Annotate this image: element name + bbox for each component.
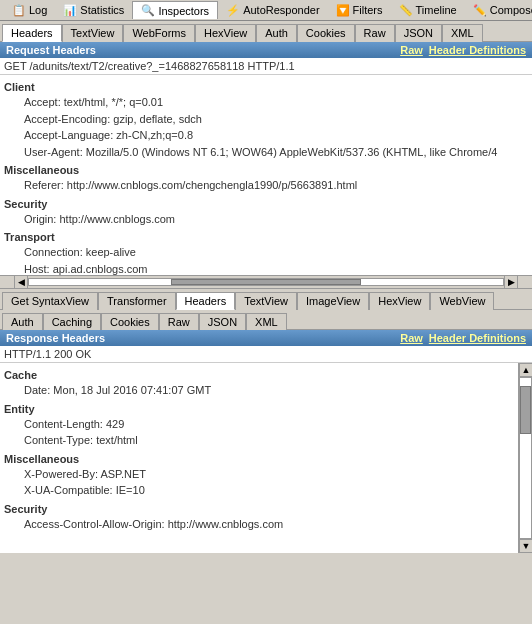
tab-timeline-label: Timeline — [416, 4, 457, 16]
entity-label: Entity — [4, 403, 512, 415]
tab-inspectors-label: Inspectors — [158, 5, 209, 17]
request-group-security: Security Origin: http://www.cnblogs.com — [4, 198, 528, 228]
tab-response-auth[interactable]: Auth — [2, 313, 43, 330]
tab-auth[interactable]: Auth — [256, 24, 297, 42]
hscroll-left-btn[interactable]: ◀ — [14, 275, 28, 289]
header-accept-language: Accept-Language: zh-CN,zh;q=0.8 — [4, 127, 528, 144]
autoresponder-icon: ⚡ — [226, 4, 240, 17]
header-x-powered-by: X-Powered-By: ASP.NET — [4, 466, 512, 483]
request-headers-content: Client Accept: text/html, */*; q=0.01 Ac… — [0, 75, 532, 275]
response-tabs-row2: Auth Caching Cookies Raw JSON XML — [0, 310, 532, 330]
response-text-content: Cache Date: Mon, 18 Jul 2016 07:41:07 GM… — [4, 369, 528, 532]
hscroll-right-btn[interactable]: ▶ — [504, 275, 518, 289]
tab-response-cookies[interactable]: Cookies — [101, 313, 159, 330]
vscroll-up-btn[interactable]: ▲ — [519, 363, 532, 377]
tab-response-hexview[interactable]: HexView — [369, 292, 430, 310]
client-label: Client — [4, 81, 528, 93]
tab-response-xml[interactable]: XML — [246, 313, 287, 330]
tab-response-raw[interactable]: Raw — [159, 313, 199, 330]
vertical-scrollbar[interactable]: ▲ ▼ — [518, 363, 532, 553]
response-group-security: Security Access-Control-Allow-Origin: ht… — [4, 503, 512, 533]
response-tabs-row1: Get SyntaxView Transformer Headers TextV… — [0, 289, 532, 310]
header-access-control-allow-origin: Access-Control-Allow-Origin: http://www.… — [4, 516, 512, 533]
tab-textview[interactable]: TextView — [62, 24, 124, 42]
tab-webview[interactable]: WebView — [430, 292, 494, 310]
response-group-miscellaneous: Miscellaneous X-Powered-By: ASP.NET X-UA… — [4, 453, 512, 499]
request-headers-title: Request Headers — [6, 44, 96, 56]
tab-caching[interactable]: Caching — [43, 313, 101, 330]
tab-filters-label: Filters — [353, 4, 383, 16]
transport-label: Transport — [4, 231, 528, 243]
response-status-line: HTTP/1.1 200 OK — [0, 346, 532, 363]
tab-autoresponder-label: AutoResponder — [243, 4, 319, 16]
request-group-miscellaneous: Miscellaneous Referer: http://www.cnblog… — [4, 164, 528, 194]
tab-xml[interactable]: XML — [442, 24, 483, 42]
tab-autoresponder[interactable]: ⚡ AutoResponder — [218, 1, 327, 19]
request-headers-section-header: Request Headers Raw Header Definitions — [0, 42, 532, 58]
header-referer: Referer: http://www.cnblogs.com/chengche… — [4, 177, 528, 194]
header-origin: Origin: http://www.cnblogs.com — [4, 211, 528, 228]
response-defs-link[interactable]: Header Definitions — [429, 332, 526, 344]
tab-response-headers[interactable]: Headers — [176, 292, 236, 310]
request-raw-link[interactable]: Raw — [400, 44, 423, 56]
tab-timeline[interactable]: 📏 Timeline — [391, 1, 465, 19]
tab-hexview[interactable]: HexView — [195, 24, 256, 42]
header-content-length: Content-Length: 429 — [4, 416, 512, 433]
tab-filters[interactable]: 🔽 Filters — [328, 1, 391, 19]
header-host: Host: api.ad.cnblogs.com — [4, 261, 528, 276]
tab-log-label: Log — [29, 4, 47, 16]
response-headers-section-header: Response Headers Raw Header Definitions — [0, 330, 532, 346]
security-label: Security — [4, 198, 528, 210]
response-headers-content-wrapper: Cache Date: Mon, 18 Jul 2016 07:41:07 GM… — [0, 363, 532, 553]
cache-label: Cache — [4, 369, 512, 381]
inspectors-icon: 🔍 — [141, 4, 155, 17]
tab-transformer[interactable]: Transformer — [98, 292, 176, 310]
timeline-icon: 📏 — [399, 4, 413, 17]
header-date: Date: Mon, 18 Jul 2016 07:41:07 GMT — [4, 382, 512, 399]
statistics-icon: 📊 — [63, 4, 77, 17]
vscroll-track[interactable] — [519, 377, 532, 539]
composer-icon: ✏️ — [473, 4, 487, 17]
tab-imageview[interactable]: ImageView — [297, 292, 369, 310]
response-headers-title: Response Headers — [6, 332, 105, 344]
tab-composer[interactable]: ✏️ Composer — [465, 1, 532, 19]
header-content-type: Content-Type: text/html — [4, 432, 512, 449]
tab-webforms[interactable]: WebForms — [123, 24, 195, 42]
response-headers-content: Cache Date: Mon, 18 Jul 2016 07:41:07 GM… — [0, 363, 532, 553]
tab-inspectors[interactable]: 🔍 Inspectors — [132, 1, 218, 19]
tab-statistics[interactable]: 📊 Statistics — [55, 1, 132, 19]
response-group-cache: Cache Date: Mon, 18 Jul 2016 07:41:07 GM… — [4, 369, 512, 399]
tab-statistics-label: Statistics — [80, 4, 124, 16]
log-icon: 📋 — [12, 4, 26, 17]
response-group-entity: Entity Content-Length: 429 Content-Type:… — [4, 403, 512, 449]
vscroll-thumb[interactable] — [520, 386, 531, 434]
header-accept: Accept: text/html, */*; q=0.01 — [4, 94, 528, 111]
miscellaneous-label: Miscellaneous — [4, 164, 528, 176]
tab-get-syntaxview[interactable]: Get SyntaxView — [2, 292, 98, 310]
tab-response-json[interactable]: JSON — [199, 313, 246, 330]
hscroll-thumb[interactable] — [171, 279, 361, 285]
tab-headers[interactable]: Headers — [2, 24, 62, 42]
header-x-ua-compatible: X-UA-Compatible: IE=10 — [4, 482, 512, 499]
request-url-line: GET /adunits/text/T2/creative?_=14688276… — [0, 58, 532, 75]
horizontal-scrollbar[interactable]: ◀ ▶ — [0, 275, 532, 289]
response-raw-link[interactable]: Raw — [400, 332, 423, 344]
tab-log[interactable]: 📋 Log — [4, 1, 55, 19]
header-connection: Connection: keep-alive — [4, 244, 528, 261]
header-accept-encoding: Accept-Encoding: gzip, deflate, sdch — [4, 111, 528, 128]
vscroll-down-btn[interactable]: ▼ — [519, 539, 532, 553]
response-header-links: Raw Header Definitions — [400, 332, 526, 344]
tab-cookies[interactable]: Cookies — [297, 24, 355, 42]
request-defs-link[interactable]: Header Definitions — [429, 44, 526, 56]
tab-response-textview[interactable]: TextView — [235, 292, 297, 310]
hscroll-track[interactable] — [28, 278, 504, 286]
tab-composer-label: Composer — [490, 4, 532, 16]
response-security-label: Security — [4, 503, 512, 515]
tab-raw[interactable]: Raw — [355, 24, 395, 42]
request-group-transport: Transport Connection: keep-alive Host: a… — [4, 231, 528, 275]
tab-json[interactable]: JSON — [395, 24, 442, 42]
request-group-client: Client Accept: text/html, */*; q=0.01 Ac… — [4, 81, 528, 160]
request-header-links: Raw Header Definitions — [400, 44, 526, 56]
filters-icon: 🔽 — [336, 4, 350, 17]
response-misc-label: Miscellaneous — [4, 453, 512, 465]
